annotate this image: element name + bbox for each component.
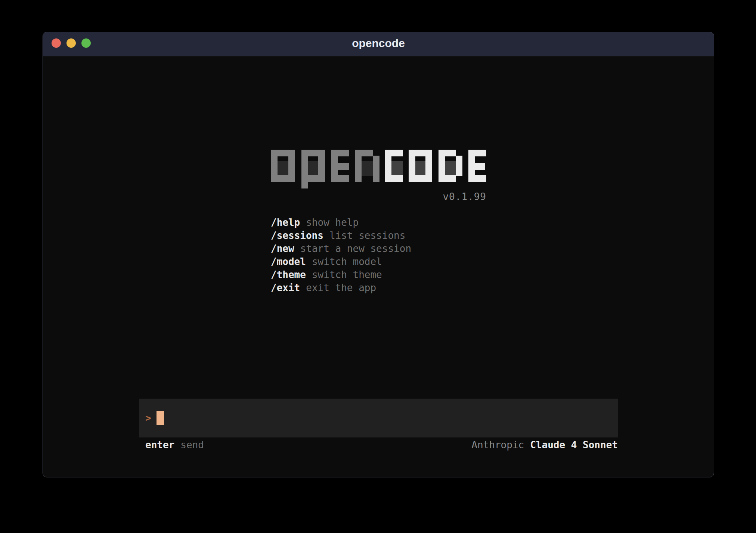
command-desc: list sessions — [329, 230, 406, 241]
desktop-background: opencode — [0, 0, 756, 533]
status-line: entersend AnthropicClaude 4 Sonnet — [139, 439, 618, 451]
command-desc: exit the app — [306, 282, 376, 293]
window-title: opencode — [352, 37, 405, 52]
model-indicator: AnthropicClaude 4 Sonnet — [471, 439, 618, 451]
command-name: /new — [271, 243, 294, 254]
prompt-input[interactable]: > — [139, 399, 618, 437]
command-name: /exit — [271, 282, 300, 293]
opencode-logo — [271, 150, 486, 189]
app-version: v0.1.99 — [271, 191, 486, 202]
command-item: /sessionslist sessions — [271, 229, 411, 242]
command-desc: switch model — [312, 256, 382, 267]
command-item: /exitexit the app — [271, 281, 411, 294]
command-item: /modelswitch model — [271, 255, 411, 268]
hero-block: v0.1.99 — [271, 150, 486, 202]
command-item: /newstart a new session — [271, 242, 411, 255]
window-titlebar: opencode — [43, 32, 714, 56]
minimize-icon[interactable] — [66, 38, 76, 48]
command-desc: show help — [306, 217, 359, 228]
opencode-window: opencode — [43, 32, 714, 477]
terminal-content: v0.1.99 /helpshow help /sessionslist ses… — [43, 56, 714, 477]
command-desc: start a new session — [300, 243, 411, 254]
enter-key-label: enter — [145, 439, 174, 451]
close-icon[interactable] — [52, 38, 61, 48]
model-name: Claude 4 Sonnet — [530, 439, 618, 451]
command-item: /helpshow help — [271, 216, 411, 229]
zoom-icon[interactable] — [81, 38, 91, 48]
provider-name: Anthropic — [471, 439, 524, 451]
send-action-label: send — [180, 439, 204, 451]
traffic-lights — [52, 38, 91, 48]
prompt-symbol: > — [145, 412, 151, 424]
command-name: /help — [271, 217, 300, 228]
command-name: /theme — [271, 269, 306, 280]
command-name: /sessions — [271, 230, 323, 241]
command-desc: switch theme — [312, 269, 382, 280]
command-name: /model — [271, 256, 306, 267]
command-list: /helpshow help /sessionslist sessions /n… — [271, 216, 411, 294]
text-cursor — [157, 411, 164, 425]
keybind-hint: entersend — [145, 439, 204, 451]
command-item: /themeswitch theme — [271, 268, 411, 281]
